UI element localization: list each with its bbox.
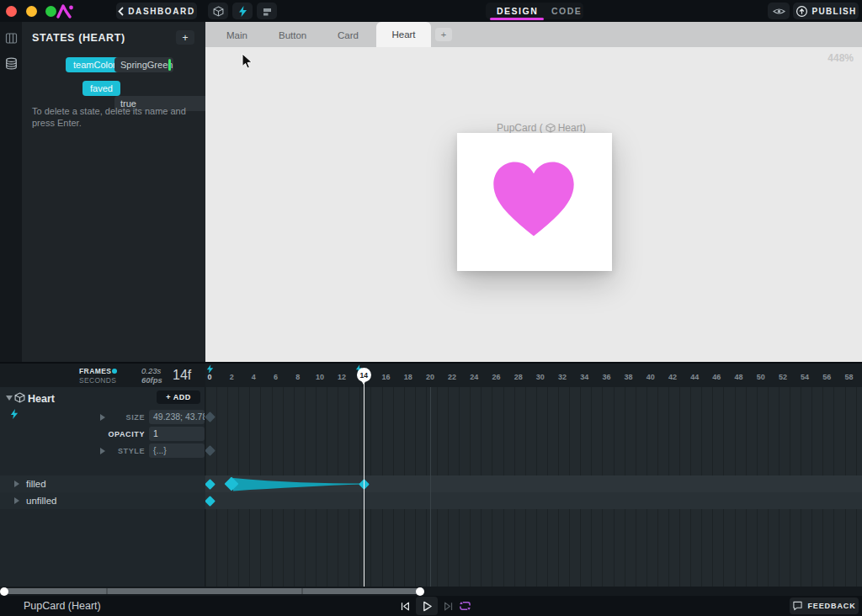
opacity-property-row[interactable]: OPACITY 1 [0, 426, 205, 443]
feedback-button[interactable]: FEEDBACK [790, 597, 859, 614]
ruler-frame-number: 6 [268, 373, 285, 381]
timeline-panel: 0246810121416182022242628303234363840424… [0, 362, 862, 587]
opacity-value-field[interactable]: 1 [149, 427, 205, 441]
ruler-frame-number: 46 [708, 373, 725, 381]
add-state-button[interactable]: + [176, 30, 194, 45]
expand-unfilled-icon[interactable] [14, 497, 19, 504]
expand-filled-icon[interactable] [14, 481, 19, 487]
playhead-frame-number: 14 [360, 371, 368, 380]
footer-artboard-title: PupCard (Heart) [24, 600, 101, 612]
tab-card[interactable]: Card [338, 30, 359, 40]
playhead-line [364, 376, 365, 588]
cube-icon [213, 6, 224, 17]
design-active-underline [490, 18, 544, 20]
ruler-frame-number: 22 [444, 373, 460, 381]
add-artboard-tab-button[interactable]: + [435, 28, 452, 41]
size-property-row[interactable]: SIZE 49.238; 43.787 [0, 409, 205, 426]
upload-circle-icon [795, 5, 808, 18]
states-tool-button[interactable] [232, 3, 253, 19]
scrollbar-tick [106, 588, 108, 594]
easing-wedge[interactable] [233, 477, 364, 491]
expand-style-icon[interactable] [100, 448, 105, 454]
keyframe-diamond[interactable] [205, 412, 216, 422]
filled-state-row[interactable]: filled [0, 475, 205, 492]
frames-label[interactable]: FRAMES [79, 367, 111, 375]
ruler-frame-number: 28 [510, 373, 527, 381]
state-key-chip[interactable]: faved [82, 81, 120, 96]
ruler-frame-number: 26 [487, 373, 504, 381]
size-value-field[interactable]: 49.238; 43.787 [149, 410, 205, 424]
ruler-frame-number: 18 [400, 373, 417, 381]
timeline-ruler[interactable]: 0246810121416182022242628303234363840424… [205, 364, 862, 387]
unfilled-state-row[interactable]: unfilled [0, 492, 205, 509]
loop-toggle-button[interactable] [456, 597, 473, 614]
second-marker-line [430, 387, 431, 588]
tab-main[interactable]: Main [226, 30, 247, 40]
ruler-frame-number: 24 [466, 373, 482, 381]
tab-design[interactable]: DESIGN [497, 6, 538, 16]
play-icon [422, 600, 433, 613]
ruler-frame-number: 52 [774, 373, 791, 381]
preview-button[interactable] [768, 3, 790, 19]
cube-icon [14, 392, 25, 403]
ruler-frame-number: 2 [223, 373, 240, 381]
playhead-pin[interactable]: 14 [357, 368, 371, 382]
chevron-left-icon [118, 7, 124, 16]
artboard[interactable] [457, 133, 612, 271]
timeline-root-heart[interactable]: Heart [28, 393, 55, 405]
dashboard-button[interactable]: DASHBOARD [116, 3, 197, 19]
ruler-frame-number: 56 [818, 373, 835, 381]
expand-size-icon[interactable] [100, 414, 105, 421]
keyframe-diamond[interactable] [205, 445, 216, 456]
state-value-text: SpringGreen [120, 60, 173, 70]
hierarchy-cube-tool-button[interactable] [208, 3, 228, 19]
cube-icon [545, 123, 556, 133]
mouse-cursor-icon [242, 54, 253, 69]
states-panel: STATES (HEART) + teamColor SpringGreen f… [22, 22, 205, 362]
artboard-tab-strip: Main Button Card Heart + [205, 22, 862, 47]
style-property-row[interactable]: STYLE {...} [0, 443, 205, 459]
skip-to-end-button[interactable] [440, 597, 457, 614]
design-canvas[interactable]: 448% PupCard ( Heart) [205, 47, 862, 362]
tab-code[interactable]: CODE [551, 6, 582, 16]
artboard-label-prefix: PupCard ( [497, 122, 543, 134]
tab-heart-active[interactable]: Heart [376, 22, 431, 47]
unfilled-row-track[interactable] [205, 492, 862, 509]
database-icon[interactable] [5, 57, 18, 70]
timeline-scrollbar-track[interactable] [0, 587, 862, 596]
add-key-button[interactable]: + ADD [157, 390, 200, 404]
ruler-frame-number: 20 [422, 373, 439, 381]
timeline-tree: Heart + ADD SIZE 49.238; 43.787 OPACITY … [0, 387, 205, 588]
opacity-label: OPACITY [108, 430, 145, 438]
scrollbar-left-handle[interactable] [0, 587, 8, 596]
style-label: STYLE [118, 447, 145, 455]
artboard-label-suffix: Heart) [558, 122, 586, 134]
ruler-frame-number: 4 [245, 373, 262, 381]
minimize-window-icon[interactable] [26, 6, 37, 17]
fps-value: 60fps [141, 375, 162, 385]
skip-end-icon [443, 600, 455, 613]
ruler-frame-number: 16 [378, 373, 395, 381]
style-value-field[interactable]: {...} [149, 443, 205, 458]
publish-button[interactable]: PUBLISH [793, 3, 859, 19]
tab-button[interactable]: Button [279, 30, 306, 40]
scrollbar-right-handle[interactable] [416, 587, 424, 596]
skip-to-start-button[interactable] [396, 597, 413, 614]
ruler-frame-number: 40 [642, 373, 659, 381]
state-value-field[interactable]: SpringGreen [114, 57, 173, 72]
ruler-frame-number: 32 [554, 373, 571, 381]
seconds-label[interactable]: SECONDS [79, 376, 116, 385]
ruler-frame-number: 58 [841, 373, 858, 381]
ruler-frame-number: 12 [333, 373, 350, 381]
expand-heart-icon[interactable] [6, 396, 13, 401]
dashboard-label: DASHBOARD [128, 7, 194, 16]
timeline-grid[interactable] [205, 387, 862, 588]
close-window-icon[interactable] [6, 6, 17, 17]
heart-shape[interactable] [489, 158, 578, 241]
play-button[interactable] [416, 597, 438, 615]
timeline-scrollbar[interactable] [2, 588, 423, 594]
library-icon[interactable] [5, 32, 18, 45]
layout-bars-tool-button[interactable] [257, 3, 277, 19]
ruler-frame-number: 36 [598, 373, 615, 381]
artboard-label[interactable]: PupCard ( Heart) [457, 122, 625, 134]
